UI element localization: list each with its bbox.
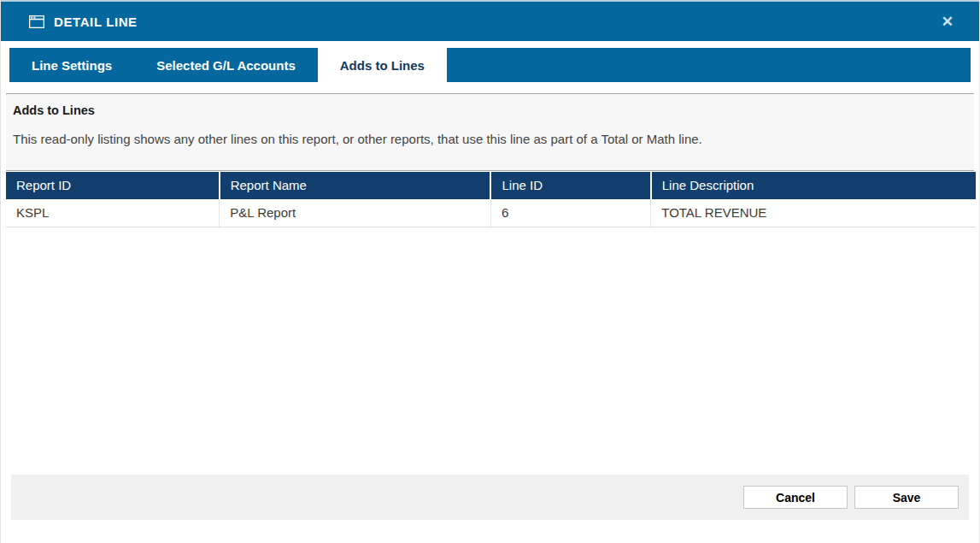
cell-line-id: 6 [490,199,650,227]
tab-adds-to-lines[interactable]: Adds to Lines [318,48,447,82]
save-button[interactable]: Save [854,486,959,509]
detail-line-modal: DETAIL LINE ✕ Line Settings Selected G/L… [0,0,980,543]
adds-to-lines-table: Report ID Report Name Line ID Line Descr… [6,172,976,227]
adds-to-lines-section: Adds to Lines This read-only listing sho… [6,93,974,171]
table-header-row: Report ID Report Name Line ID Line Descr… [6,172,976,199]
tab-selected-gl-accounts[interactable]: Selected G/L Accounts [134,48,318,82]
section-heading: Adds to Lines [13,103,967,117]
column-header-report-name: Report Name [220,172,491,199]
column-header-report-id: Report ID [6,172,220,199]
tab-line-settings[interactable]: Line Settings [9,48,134,82]
modal-title: DETAIL LINE [54,15,138,29]
table-row[interactable]: KSPL P&L Report 6 TOTAL REVENUE [6,199,976,227]
modal-footer: Cancel Save [11,475,969,520]
cancel-button[interactable]: Cancel [743,486,848,509]
modal-titlebar: DETAIL LINE ✕ [1,0,979,41]
column-header-line-description: Line Description [651,172,976,199]
section-description: This read-only listing shows any other l… [13,132,967,146]
cell-report-id: KSPL [6,199,220,227]
column-header-line-id: Line ID [490,172,650,199]
tabstrip: Line Settings Selected G/L Accounts Adds… [9,48,971,82]
close-icon[interactable]: ✕ [936,11,959,32]
cell-line-description: TOTAL REVENUE [651,199,976,227]
cell-report-name: P&L Report [220,199,491,227]
window-icon [29,15,44,28]
